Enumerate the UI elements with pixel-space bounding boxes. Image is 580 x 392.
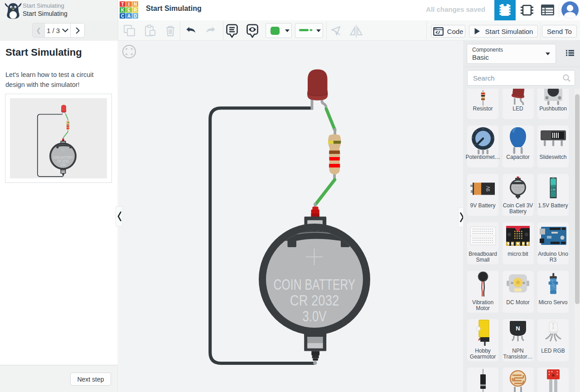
svg-text:COIN BATTERY: COIN BATTERY — [512, 186, 524, 188]
svg-text:1.5V: 1.5V — [551, 188, 556, 191]
svg-text:CR 2032: CR 2032 — [515, 189, 522, 191]
svg-text:3.0V: 3.0V — [516, 191, 520, 193]
svg-text:N: N — [516, 325, 520, 332]
svg-text:9V: 9V — [485, 186, 490, 192]
